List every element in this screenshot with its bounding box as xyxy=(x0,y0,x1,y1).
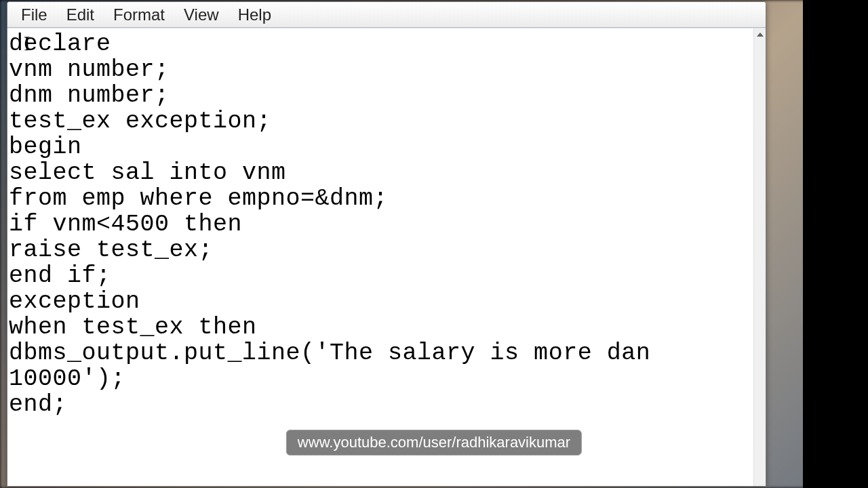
menu-file[interactable]: File xyxy=(12,4,57,26)
notepad-window: File Edit Format View Help declare vnm n… xyxy=(7,1,766,487)
menu-edit[interactable]: Edit xyxy=(57,4,104,26)
menu-help[interactable]: Help xyxy=(229,4,281,26)
menu-format[interactable]: Format xyxy=(104,4,174,26)
text-cursor-icon: I xyxy=(23,32,31,55)
scroll-up-button[interactable] xyxy=(754,28,766,41)
watermark-label: www.youtube.com/user/radhikaravikumar xyxy=(286,430,582,455)
menu-view[interactable]: View xyxy=(174,4,229,26)
video-black-bar xyxy=(803,0,868,488)
client-area: declare vnm number; dnm number; test_ex … xyxy=(7,28,766,486)
menubar: File Edit Format View Help xyxy=(7,2,766,28)
text-editor[interactable]: declare vnm number; dnm number; test_ex … xyxy=(7,28,753,486)
vertical-scrollbar[interactable] xyxy=(753,28,766,486)
